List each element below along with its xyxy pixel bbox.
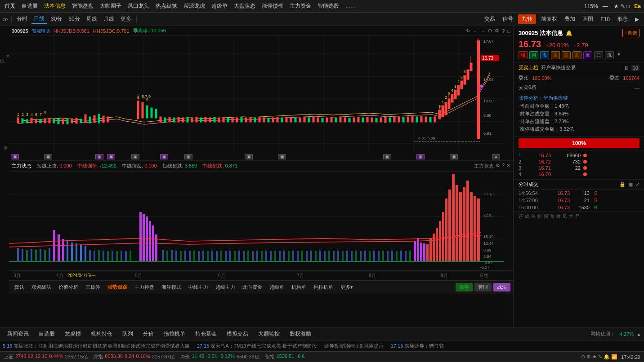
- nav-fabenzinxi[interactable]: 法本信息: [41, 1, 68, 11]
- right-zixuan-btn[interactable]: +自选: [622, 29, 640, 37]
- toolbar-f10[interactable]: F10: [598, 15, 612, 23]
- toolbar-expand[interactable]: ≫: [3, 16, 9, 22]
- trade-screen-icon[interactable]: 🖥: [624, 65, 629, 71]
- btab-news[interactable]: 新闻资讯: [3, 329, 33, 339]
- open-account[interactable]: 开户享快捷交易: [541, 64, 576, 71]
- ind-box-5[interactable]: ▣: [131, 154, 139, 159]
- chart-lock[interactable]: ⊙: [488, 28, 492, 34]
- chart-forward[interactable]: →: [480, 28, 485, 34]
- toolbar-ri[interactable]: 日线: [31, 14, 47, 24]
- btab-tala[interactable]: 拖拉机单: [159, 329, 190, 339]
- nav-rechangonglan[interactable]: 热点纵览: [153, 1, 180, 11]
- btab-duilv[interactable]: 队列: [118, 329, 138, 339]
- nav-zhinengpanpan[interactable]: 智能盘盘: [69, 1, 96, 11]
- tag-liu2[interactable]: 流: [605, 51, 614, 59]
- btab-jigou[interactable]: 机构持仓: [86, 329, 117, 339]
- nav-dapanzhuangkuang[interactable]: 大盘状态: [231, 1, 258, 11]
- toolbar-xingtai[interactable]: 形态: [615, 14, 630, 24]
- nav-zhulizijin[interactable]: 主力资金: [287, 1, 314, 11]
- strat-haiyang[interactable]: 海洋模式: [159, 283, 184, 291]
- chart-refresh[interactable]: ↻: [466, 28, 470, 34]
- nav-chaojidan[interactable]: 超级单: [209, 1, 230, 11]
- strat-shuangshuai[interactable]: 双紫战法: [29, 283, 54, 291]
- strat-jiazhi[interactable]: 价值分析: [56, 283, 81, 291]
- chart-help[interactable]: ?: [502, 28, 505, 34]
- toolbar-expand2[interactable]: ▶: [633, 15, 641, 23]
- toolbar-jiuzhuan[interactable]: 九转: [518, 14, 536, 24]
- tag-qiang[interactable]: 强: [519, 51, 528, 59]
- btab-fenjia[interactable]: 分价: [139, 329, 158, 339]
- strat-jigou[interactable]: 机构单: [289, 283, 309, 291]
- strat-zhanfa-btn[interactable]: 战法: [493, 283, 510, 291]
- strat-chaojidan[interactable]: 超级单: [267, 283, 287, 291]
- ind-box-4[interactable]: ▣: [107, 154, 115, 159]
- tag-zhu3[interactable]: 主: [572, 51, 581, 59]
- strat-default[interactable]: 默认: [12, 283, 27, 291]
- strat-zhongxian[interactable]: 中线主力: [186, 283, 211, 291]
- ind-box-13[interactable]: ▲: [492, 154, 500, 159]
- toolbar-fenshi[interactable]: 分时: [14, 14, 30, 24]
- nav-zhangpingsuomu[interactable]: 涨停锁模: [259, 1, 286, 11]
- tag-chuang[interactable]: 创: [529, 51, 538, 59]
- mainforce-close[interactable]: ✕: [506, 163, 510, 169]
- tag-zhu1[interactable]: 主: [551, 51, 560, 59]
- trade-link[interactable]: 买卖十档: [519, 64, 538, 71]
- ts-expand-icon[interactable]: ⤢: [635, 181, 640, 187]
- ts-lock-icon[interactable]: 🔒: [619, 181, 626, 187]
- strat-more[interactable]: 更多▾: [338, 283, 356, 291]
- toolbar-xinhao[interactable]: 信号: [500, 14, 515, 24]
- nav-zhinengxuangu[interactable]: 智能选股: [315, 1, 342, 11]
- ind-box-8[interactable]: ▣: [245, 154, 253, 159]
- nav-more[interactable]: ……: [343, 2, 359, 10]
- nav-zixuangu[interactable]: 自选股: [19, 1, 40, 11]
- chart-settings[interactable]: ⚙: [495, 28, 499, 34]
- ind-box-2[interactable]: ▣: [44, 154, 52, 159]
- chart-back[interactable]: ←: [473, 28, 478, 34]
- btab-expand[interactable]: ▲: [636, 331, 641, 337]
- strat-tala[interactable]: 拖拉机单: [311, 283, 336, 291]
- btab-daejiankzhi[interactable]: 大额监控: [254, 329, 284, 339]
- strat-zhulipan[interactable]: 主力控盘: [132, 283, 157, 291]
- toolbar-60min[interactable]: 60分: [66, 14, 82, 24]
- ai-label[interactable]: 智能辅助: [32, 28, 50, 34]
- nav-home[interactable]: 首页: [2, 1, 18, 11]
- ind-box-7[interactable]: ▣: [184, 154, 192, 159]
- ind-box-6[interactable]: ▣: [160, 154, 168, 159]
- strat-qiangshi[interactable]: 强势跟踪: [105, 283, 130, 291]
- toolbar-huatu[interactable]: 画图: [580, 14, 595, 24]
- strat-beixiang[interactable]: 北向资金: [240, 283, 265, 291]
- btab-guquan[interactable]: 股权激励: [285, 329, 316, 339]
- toolbar-30min[interactable]: 30分: [49, 14, 64, 24]
- toolbar-qianfuquan[interactable]: 前复权: [539, 14, 559, 24]
- toolbar-zhou[interactable]: 周线: [84, 14, 99, 24]
- ind-box-11[interactable]: ▣: [416, 154, 425, 159]
- tag-san[interactable]: 三: [594, 51, 603, 59]
- strat-sanbansfu[interactable]: 三板斧: [83, 283, 103, 291]
- nav-fengkoulongtou[interactable]: 风口龙头: [125, 1, 152, 11]
- toolbar-more[interactable]: 更多: [118, 14, 134, 24]
- ts-grid-icon[interactable]: ▦: [628, 181, 633, 187]
- right-bell-icon[interactable]: 🔔: [566, 30, 572, 36]
- mainforce-help[interactable]: ?: [502, 163, 505, 169]
- ind-box-12[interactable]: ▣: [450, 154, 458, 159]
- tag-hai[interactable]: 海: [540, 51, 549, 59]
- btab-zixuan[interactable]: 自选股: [34, 329, 59, 339]
- strat-chaojizhuli[interactable]: 超级主力: [213, 283, 238, 291]
- ind-box-9[interactable]: ▣: [278, 154, 286, 159]
- nav-dazhuangyuanzi[interactable]: 大咖圈子: [97, 1, 124, 11]
- strat-save-btn[interactable]: 保存: [456, 283, 473, 291]
- tag-zhu2[interactable]: 主: [562, 51, 571, 59]
- btab-chicang[interactable]: 持仓基金: [191, 329, 221, 339]
- btab-longhubang[interactable]: 龙虎榜: [60, 329, 85, 339]
- chart-fullscreen[interactable]: □: [507, 28, 510, 34]
- ind-box-10[interactable]: ▣: [383, 154, 391, 159]
- toolbar-diejia[interactable]: 叠加: [562, 14, 577, 24]
- tag-liu1[interactable]: 流: [583, 51, 592, 59]
- ind-box-1[interactable]: ▣: [11, 154, 19, 159]
- nav-bangpailongtou[interactable]: 帮派龙虎: [181, 1, 208, 11]
- tag-expand[interactable]: ▾: [617, 51, 620, 59]
- toolbar-jiaoyi[interactable]: 交易: [482, 14, 497, 24]
- toolbar-yue[interactable]: 月线: [101, 14, 116, 24]
- btab-nihejiaoyii[interactable]: 模拟交易: [222, 329, 253, 339]
- mainforce-settings[interactable]: ⚙: [496, 163, 500, 169]
